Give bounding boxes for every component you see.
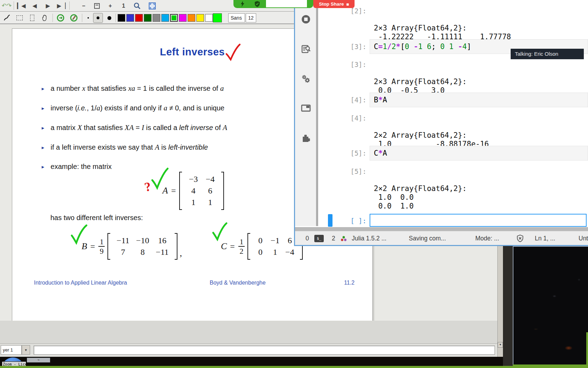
pen-size-fine[interactable] [84, 13, 92, 23]
window-lower-band [0, 321, 497, 343]
zoom-out-icon[interactable]: − [78, 1, 90, 11]
fraction: 1 9 [98, 237, 105, 255]
current-color-swatch[interactable] [213, 13, 222, 22]
empty-code-cell[interactable] [370, 214, 587, 227]
desktop-edge-strip [0, 366, 588, 368]
selected-cell-indicator[interactable] [328, 214, 332, 227]
color-swatch[interactable] [161, 14, 169, 22]
code-line[interactable]: C=1/2*[0 -1 6; 0 1 -4] [374, 42, 471, 51]
taskbar [0, 357, 503, 366]
fraction: 1 2 [238, 237, 245, 255]
next-page-icon[interactable]: ▶ [42, 1, 54, 11]
shield-x-icon [516, 234, 524, 244]
code-cell-input[interactable] [370, 93, 588, 107]
cell-output: 2×3 Array{Float64,2}: 0.0 -0.5 3.0 0.0 0… [374, 60, 467, 121]
scrollbar-down-icon[interactable]: ▼ [498, 342, 503, 348]
code-cell-input[interactable] [370, 146, 588, 161]
input-prompt: [4]: [342, 96, 366, 104]
bullet-marker: ▸ [42, 164, 44, 170]
color-swatch[interactable] [153, 14, 160, 22]
footer-page-number: 11.2 [344, 280, 355, 286]
color-swatch[interactable] [126, 14, 134, 22]
color-swatch[interactable] [170, 14, 178, 22]
input-prompt: [5]: [342, 149, 366, 157]
jupyter-notebook-window: [2]: 2×3 Array{Float64,2}: -1.22222 -1.1… [294, 0, 588, 246]
select-rect-icon[interactable] [27, 13, 38, 23]
notebook-horizontal-scrollbar[interactable] [295, 227, 588, 231]
bullet-marker: ▸ [42, 125, 44, 131]
zoom-100-icon[interactable]: 1 [118, 1, 130, 11]
select-region-icon[interactable] [14, 13, 25, 23]
color-swatch[interactable] [196, 14, 204, 22]
last-page-icon[interactable]: ▶▕ [55, 1, 67, 11]
tabs-icon[interactable] [301, 103, 311, 113]
inspector-icon[interactable] [301, 44, 311, 54]
undo-redo-icon[interactable]: ↶↷ [1, 1, 12, 11]
pen-size-thick[interactable] [104, 13, 114, 23]
pen-size-medium[interactable] [93, 13, 103, 23]
pen-icon[interactable] [1, 13, 13, 23]
color-swatch[interactable] [188, 14, 195, 22]
running-kernels-icon[interactable] [301, 14, 311, 24]
code-line[interactable]: C*A [374, 149, 387, 157]
stop-share-button[interactable]: Stop Share◼ [313, 0, 355, 8]
mode-indicator: Mode: ... [475, 235, 499, 242]
color-swatch[interactable] [179, 14, 187, 22]
hand-tool-icon[interactable] [39, 13, 50, 23]
saving-status: Saving com... [409, 235, 446, 242]
terminal-icon: $_ [314, 235, 324, 242]
screen-share-pill [233, 0, 313, 8]
output-prompt: [3]: [342, 61, 366, 68]
code-line[interactable]: B*A [374, 96, 387, 104]
first-page-icon[interactable]: ▎◀ [15, 1, 27, 11]
zoom-in-icon[interactable]: + [104, 1, 116, 11]
shield-check-icon[interactable] [254, 1, 261, 7]
bullet-marker: ▸ [42, 105, 44, 111]
talking-indicator: Talking: Eric Olson [511, 49, 584, 59]
matrix-C-equation: C = 1 2 0−1601−4 [221, 229, 303, 264]
bullet-marker: ▸ [42, 144, 44, 150]
desktop-wallpaper-strip [503, 246, 513, 366]
share-pill-panel [266, 0, 307, 7]
zoom-select-icon[interactable] [131, 1, 144, 11]
notebook-name: Unt [579, 235, 588, 242]
ruler-pen-icon[interactable] [68, 13, 80, 23]
color-swatch[interactable] [205, 14, 213, 22]
kernel-name[interactable]: Julia 1.5.2 ... [352, 235, 386, 242]
matrix-A: −3−44611 [179, 172, 224, 210]
extensions-puzzle-icon[interactable] [301, 133, 311, 143]
zoom-fit-icon[interactable] [91, 1, 103, 11]
stop-icon: ◼ [346, 2, 349, 6]
kernel-count: 2 [332, 235, 335, 242]
fullscreen-icon[interactable] [146, 1, 159, 11]
cell-output: 2×3 Array{Float64,2}: -1.22222 -1.11111 … [374, 6, 511, 68]
red-check-annotation [225, 43, 241, 61]
previous-page-icon[interactable]: ◀ [29, 1, 41, 11]
color-swatch[interactable] [144, 14, 152, 22]
output-prompt: [5]: [342, 168, 366, 175]
chevron-down-icon[interactable]: ▼ [22, 345, 30, 355]
layer-selector[interactable]: yer 1 [1, 345, 22, 355]
color-swatch[interactable] [135, 14, 143, 22]
footer-authors: Boyd & Vandenberghe [210, 280, 266, 286]
sidebar-divider [316, 0, 318, 226]
footer-book-title: Introduction to Applied Linear Algebra [34, 280, 127, 286]
horizontal-scrollbar[interactable] [34, 346, 495, 355]
cell-output: 2×2 Array{Float64,2}: 1.0 -8.88178e-16 2… [374, 114, 489, 175]
background-dark-window [513, 246, 588, 364]
matrix-A-equation: A = −3−44611 [162, 172, 224, 210]
input-prompt: [3]: [342, 43, 366, 50]
mute-bolt-icon[interactable] [239, 1, 246, 7]
color-swatch[interactable] [118, 14, 125, 22]
matrix-B-equation: B = 1 9 −11−101678−11 , [82, 229, 182, 264]
settings-gears-icon[interactable] [301, 74, 311, 84]
toolbar-divider [82, 14, 82, 22]
taskbar-button[interactable]: ~ [27, 357, 50, 363]
desktop-edge [586, 332, 588, 367]
font-size-button[interactable]: 12 [246, 13, 256, 22]
shape-recognizer-icon[interactable] [55, 13, 66, 23]
terminal-count: 0 [306, 235, 309, 242]
font-name-button[interactable]: Sans [228, 13, 245, 22]
mid-sentence: has two different left inverses: [50, 214, 143, 222]
jupyterlab-sidebar [295, 0, 316, 226]
